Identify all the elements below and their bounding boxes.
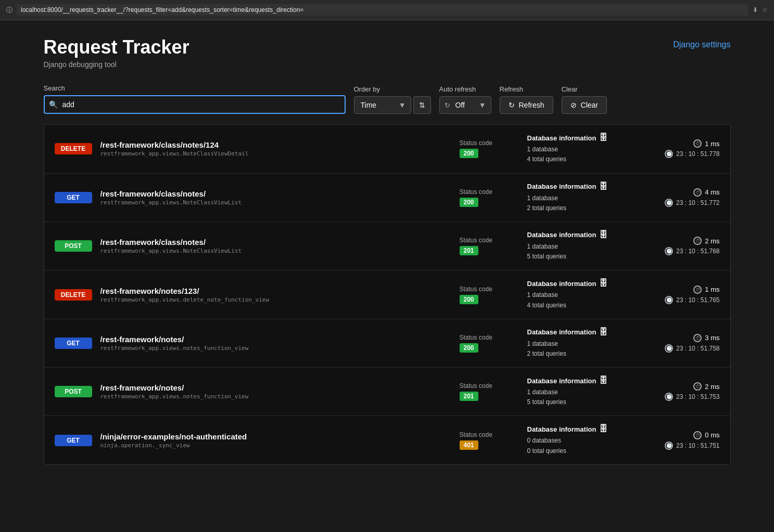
timestamp: 🕐 23 : 10 : 51.758: [642, 344, 720, 353]
time-section: ⏱ 4 ms 🕐 23 : 10 : 51.772: [642, 188, 720, 207]
db-queries: 0 total queries: [527, 446, 642, 456]
request-view: restframework_app.views.notes_function_v…: [100, 393, 451, 400]
time-section: ⏱ 3 ms 🕐 23 : 10 : 51.758: [642, 334, 720, 353]
db-section: Database information 🗄 1 database 4 tota…: [527, 279, 642, 310]
time-section: ⏱ 2 ms 🕐 23 : 10 : 51.753: [642, 382, 720, 401]
method-badge: GET: [55, 192, 92, 203]
db-info-header: Database information 🗄: [527, 182, 642, 191]
auto-refresh-select[interactable]: Off 1s 2s 5s: [439, 96, 491, 114]
browser-url[interactable]: localhost:8000/__requests_tracker__/?req…: [17, 4, 748, 16]
duration-value: 2 ms: [705, 237, 719, 245]
request-row[interactable]: DELETE /rest-framework/class/notes/124 r…: [44, 125, 730, 173]
db-section: Database information 🗄 1 database 2 tota…: [527, 328, 642, 359]
duration: ⏱ 2 ms: [642, 382, 720, 391]
clear-section: Clear ⊘ Clear: [562, 85, 607, 114]
search-input[interactable]: [44, 95, 346, 114]
app-branding: Request Tracker Django debugging tool: [44, 36, 189, 69]
db-info-header: Database information 🗄: [527, 230, 642, 240]
db-info-header: Database information 🗄: [527, 279, 642, 288]
timestamp: 🕐 23 : 10 : 51.772: [642, 199, 720, 207]
status-code-label: Status code: [460, 188, 527, 196]
request-path-section: /rest-framework/class/notes/124 restfram…: [92, 140, 460, 157]
db-count: 0 databases: [527, 436, 642, 446]
request-row[interactable]: GET /rest-framework/notes/ restframework…: [44, 319, 730, 368]
search-label: Search: [44, 84, 346, 92]
timestamp: 🕐 23 : 10 : 51.768: [642, 247, 720, 255]
db-queries: 2 total queries: [527, 349, 642, 359]
search-section: Search 🔍: [44, 84, 346, 114]
db-count: 1 database: [527, 339, 642, 349]
db-count: 1 database: [527, 145, 642, 154]
db-info-header: Database information 🗄: [527, 328, 642, 337]
timestamp-value: 23 : 10 : 51.778: [676, 150, 719, 158]
db-info-label: Database information: [527, 231, 597, 239]
status-code-label: Status code: [460, 382, 527, 390]
method-badge: DELETE: [55, 289, 92, 301]
refresh-label: Refresh: [500, 85, 553, 93]
app-subtitle: Django debugging tool: [44, 60, 189, 69]
clear-btn-label: Clear: [581, 101, 598, 109]
duration: ⏱ 2 ms: [642, 237, 720, 245]
timestamp-value: 23 : 10 : 51.772: [676, 199, 719, 206]
browser-icons: ⬇ ☆: [753, 6, 768, 14]
status-section: Status code 200: [460, 139, 527, 158]
clock-icon: 🕐: [665, 150, 673, 158]
request-row[interactable]: GET /ninja/error-examples/not-authentica…: [44, 416, 730, 464]
request-row[interactable]: POST /rest-framework/class/notes/ restfr…: [44, 222, 730, 270]
duration-value: 0 ms: [705, 431, 719, 439]
order-controls: Time Path Status Duration ▼ ⇅: [354, 96, 431, 114]
order-label: Order by: [354, 85, 431, 93]
duration-value: 1 ms: [705, 140, 719, 148]
db-section: Database information 🗄 0 databases 0 tot…: [527, 424, 642, 456]
time-section: ⏱ 1 ms 🕐 23 : 10 : 51.765: [642, 286, 720, 304]
status-badge: 200: [460, 149, 478, 158]
app-title: Request Tracker: [44, 36, 189, 58]
request-path-section: /ninja/error-examples/not-authenticated …: [92, 432, 460, 449]
clock-icon: 🕐: [665, 442, 673, 450]
clock-icon: 🕐: [665, 393, 673, 401]
db-queries: 4 total queries: [527, 154, 642, 164]
request-row[interactable]: GET /rest-framework/class/notes/ restfra…: [44, 174, 730, 222]
status-code-label: Status code: [460, 286, 527, 293]
time-section: ⏱ 2 ms 🕐 23 : 10 : 51.768: [642, 237, 720, 255]
browser-bar: ⓘ localhost:8000/__requests_tracker__/?r…: [0, 0, 774, 20]
status-badge: 201: [460, 246, 478, 255]
browser-star-icon: ☆: [762, 6, 768, 14]
auto-refresh-section: Auto refresh ↻ Off 1s 2s 5s ▼: [439, 85, 491, 114]
clear-label: Clear: [562, 85, 607, 93]
method-badge: POST: [55, 240, 92, 252]
clock-icon: 🕐: [665, 344, 673, 353]
refresh-btn-label: Refresh: [519, 101, 544, 109]
request-row[interactable]: POST /rest-framework/notes/ restframewor…: [44, 368, 730, 416]
status-section: Status code 201: [460, 237, 527, 255]
status-section: Status code 200: [460, 334, 527, 353]
database-icon: 🗄: [599, 376, 607, 385]
request-path: /rest-framework/notes/: [100, 383, 451, 392]
db-info-header: Database information 🗄: [527, 133, 642, 142]
status-code-label: Status code: [460, 139, 527, 147]
clear-button[interactable]: ⊘ Clear: [562, 96, 607, 114]
request-path-section: /rest-framework/class/notes/ restframewo…: [92, 189, 460, 206]
db-info-label: Database information: [527, 134, 597, 142]
duration: ⏱ 1 ms: [642, 286, 720, 294]
status-badge: 201: [460, 392, 478, 401]
duration: ⏱ 4 ms: [642, 188, 720, 197]
time-section: ⏱ 1 ms 🕐 23 : 10 : 51.778: [642, 139, 720, 158]
db-count: 1 database: [527, 193, 642, 203]
order-select[interactable]: Time Path Status Duration: [354, 96, 411, 114]
stopwatch-icon: ⏱: [693, 334, 702, 342]
timestamp-value: 23 : 10 : 51.768: [676, 248, 719, 255]
refresh-button[interactable]: ↻ Refresh: [500, 96, 553, 114]
stopwatch-icon: ⏱: [693, 237, 702, 245]
database-icon: 🗄: [599, 279, 607, 288]
request-path: /rest-framework/notes/123/: [100, 287, 451, 295]
request-row[interactable]: DELETE /rest-framework/notes/123/ restfr…: [44, 270, 730, 319]
stopwatch-icon: ⏱: [693, 382, 702, 391]
status-code-label: Status code: [460, 431, 527, 438]
timestamp: 🕐 23 : 10 : 51.778: [642, 150, 720, 158]
sort-direction-toggle[interactable]: ⇅: [413, 96, 431, 114]
request-path-section: /rest-framework/notes/ restframework_app…: [92, 335, 460, 352]
db-info-label: Database information: [527, 280, 597, 288]
order-select-wrapper: Time Path Status Duration ▼: [354, 96, 411, 114]
django-settings-link[interactable]: Django settings: [673, 36, 730, 49]
